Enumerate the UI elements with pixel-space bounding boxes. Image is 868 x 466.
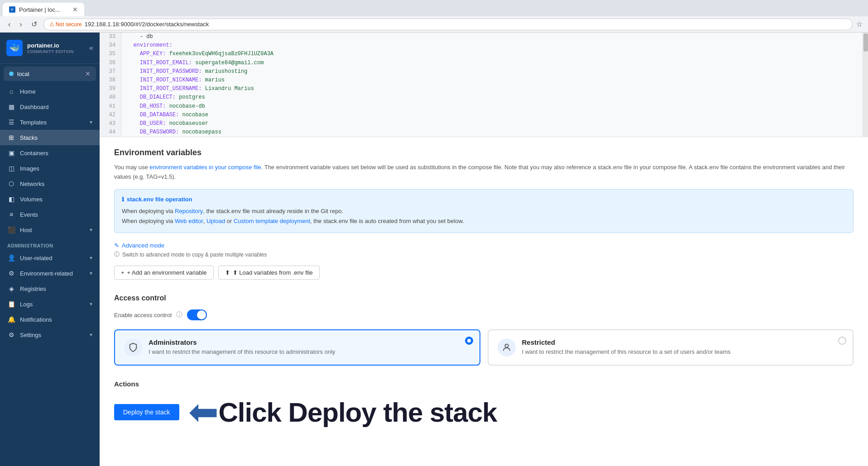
- scrollbar-track[interactable]: [863, 33, 868, 137]
- line-code: - db: [121, 33, 158, 41]
- containers-icon: ▣: [7, 149, 15, 157]
- big-arrow-icon: ⬅: [188, 394, 219, 430]
- restricted-card-title: Restricted: [522, 338, 844, 346]
- sidebar-nav-logs[interactable]: 📋 Logs ▾: [0, 296, 100, 312]
- sidebar-nav-stacks[interactable]: ⊞ Stacks: [0, 130, 100, 145]
- warning-icon: ⚠: [49, 21, 54, 28]
- sidebar-nav-volumes[interactable]: ◧ Volumes: [0, 191, 100, 207]
- line-code: APP_KEY: fxeehek3ovEqWH6qjsaBz0FHJlUZ0A3…: [121, 50, 279, 58]
- line-number: 38: [100, 76, 121, 85]
- actions-title: Actions: [114, 380, 854, 388]
- tab-close-button[interactable]: ✕: [72, 6, 78, 13]
- sidebar-item-label: Logs: [20, 301, 33, 308]
- env-status-dot: [9, 71, 14, 76]
- upload-icon: ⬆: [225, 269, 230, 276]
- code-line-38: 38 INIT_ROOT_NICKNAME: marius: [100, 76, 868, 85]
- add-env-variable-button[interactable]: + + Add an environment variable: [114, 266, 214, 280]
- env-desc-link[interactable]: environment variables in your compose fi…: [149, 164, 261, 171]
- line-code: INIT_ROOT_NICKNAME: marius: [121, 76, 230, 85]
- home-icon: ⌂: [7, 88, 15, 95]
- sidebar-nav-user-related[interactable]: 👤 User-related ▾: [0, 250, 100, 266]
- back-button[interactable]: ‹: [5, 19, 13, 29]
- scrollbar-thumb[interactable]: [863, 33, 868, 52]
- advanced-mode-hint: ⓘ Switch to advanced mode to copy & past…: [114, 251, 854, 258]
- custom-template-link[interactable]: Custom template deployment: [234, 218, 310, 224]
- sidebar-item-label: Registries: [20, 285, 46, 292]
- code-line-33: 33 - db: [100, 33, 868, 41]
- sidebar-nav-templates[interactable]: ☰ Templates ▾: [0, 114, 100, 130]
- sidebar-item-label: Settings: [20, 332, 41, 338]
- forward-button[interactable]: ›: [17, 19, 24, 29]
- environment-selector[interactable]: local ✕: [4, 67, 96, 81]
- sidebar-item-label: Containers: [20, 150, 48, 157]
- events-icon: ≡: [7, 211, 15, 218]
- sidebar-item-label: Templates: [20, 119, 47, 126]
- volumes-icon: ◧: [7, 195, 15, 203]
- code-line-34: 34 environment:: [100, 41, 868, 50]
- access-control-toggle[interactable]: [187, 309, 207, 320]
- sidebar-nav-home[interactable]: ⌂ Home: [0, 84, 100, 99]
- upload-link[interactable]: Upload: [206, 218, 225, 224]
- info-line-1: When deploying via Repository, the stack…: [122, 206, 846, 216]
- sidebar-item-label: Volumes: [20, 196, 43, 203]
- bookmark-button[interactable]: ☆: [856, 20, 863, 29]
- deploy-stack-button[interactable]: Deploy the stack: [114, 404, 179, 420]
- logo-text-block: portainer.io COMMUNITY EDITION: [27, 42, 74, 54]
- web-editor-link[interactable]: Web editor: [175, 218, 203, 224]
- tab-favicon: P: [9, 6, 15, 13]
- sidebar-nav-dashboard[interactable]: ▦ Dashboard: [0, 99, 100, 114]
- sidebar-nav-networks[interactable]: ⬡ Networks: [0, 176, 100, 191]
- logo-name: portainer.io: [27, 42, 74, 49]
- repository-link[interactable]: Repository: [175, 208, 203, 214]
- admin-section-title: Administration: [0, 238, 100, 250]
- restricted-access-card[interactable]: Restricted I want to restrict the manage…: [488, 329, 854, 366]
- sidebar-nav-containers[interactable]: ▣ Containers: [0, 145, 100, 161]
- sidebar-nav-events[interactable]: ≡ Events: [0, 207, 100, 222]
- administrators-radio[interactable]: [465, 337, 473, 345]
- sidebar-item-label: Images: [20, 165, 39, 172]
- settings-icon: ⚙: [7, 331, 15, 338]
- administrators-access-card[interactable]: Administrators I want to restrict the ma…: [114, 329, 480, 366]
- restricted-icon: [498, 338, 516, 357]
- networks-icon: ⬡: [7, 180, 15, 187]
- sidebar-collapse-button[interactable]: «: [89, 44, 93, 52]
- advanced-mode-toggle[interactable]: ✎ Advanced mode: [114, 242, 854, 249]
- code-editor-area: 33 - db 34 environment: 35 APP_KEY: fxee…: [100, 33, 868, 137]
- main-content: 33 - db 34 environment: 35 APP_KEY: fxee…: [100, 33, 868, 466]
- sidebar-nav-notifications[interactable]: 🔔 Notifications: [0, 312, 100, 327]
- sidebar-nav-images[interactable]: ◫ Images: [0, 161, 100, 176]
- load-env-file-button[interactable]: ⬆ ⬆ Load variables from .env file: [218, 266, 320, 280]
- browser-tab-active[interactable]: P Portainer | loc... ✕: [3, 3, 84, 16]
- chevron-down-icon: ▾: [90, 119, 92, 125]
- sidebar-logo: 🐳 portainer.io COMMUNITY EDITION «: [0, 33, 100, 64]
- restricted-radio[interactable]: [838, 337, 846, 345]
- tab-title: Portainer | loc...: [19, 6, 60, 13]
- sidebar-item-label: Home: [20, 88, 36, 95]
- address-bar[interactable]: ⚠ Not secure 192.168.1.18:9000/#!/2/dock…: [43, 19, 853, 30]
- code-line-44: 44 DB_PASSWORD: nocobasepass: [100, 128, 868, 137]
- refresh-button[interactable]: ↺: [29, 19, 40, 29]
- code-lines-container: 33 - db 34 environment: 35 APP_KEY: fxee…: [100, 33, 868, 137]
- sidebar-item-label: Dashboard: [20, 104, 49, 110]
- sidebar-nav-registries[interactable]: ◈ Registries: [0, 281, 100, 296]
- main-content-area: Environment variables You may use enviro…: [100, 137, 868, 466]
- user-related-icon: 👤: [7, 254, 15, 262]
- browser-toolbar: ‹ › ↺ ⚠ Not secure 192.168.1.18:9000/#!/…: [0, 16, 868, 33]
- access-control-cards: Administrators I want to restrict the ma…: [114, 329, 854, 366]
- line-number: 41: [100, 102, 121, 111]
- sidebar-nav-environment-related[interactable]: ⚙ Environment-related ▾: [0, 266, 100, 281]
- images-icon: ◫: [7, 165, 15, 172]
- code-line-37: 37 INIT_ROOT_PASSWORD: mariushosting: [100, 67, 868, 76]
- logo-edition: COMMUNITY EDITION: [27, 49, 74, 54]
- sidebar-nav-settings[interactable]: ⚙ Settings ▾: [0, 327, 100, 342]
- sidebar-nav-host[interactable]: ⬛ Host ▾: [0, 222, 100, 238]
- restricted-card-desc: I want to restrict the management of thi…: [522, 348, 844, 356]
- stackenv-info-box: ℹ stack.env file operation When deployin…: [114, 189, 854, 233]
- line-number: 42: [100, 111, 121, 119]
- line-code: INIT_ROOT_EMAIL: supergate84@gmail.com: [121, 59, 269, 67]
- sidebar-item-label: Stacks: [20, 134, 38, 141]
- env-close-button[interactable]: ✕: [85, 70, 91, 77]
- toggle-knob: [197, 310, 206, 319]
- line-number: 36: [100, 59, 121, 67]
- sidebar-item-label: Events: [20, 211, 38, 218]
